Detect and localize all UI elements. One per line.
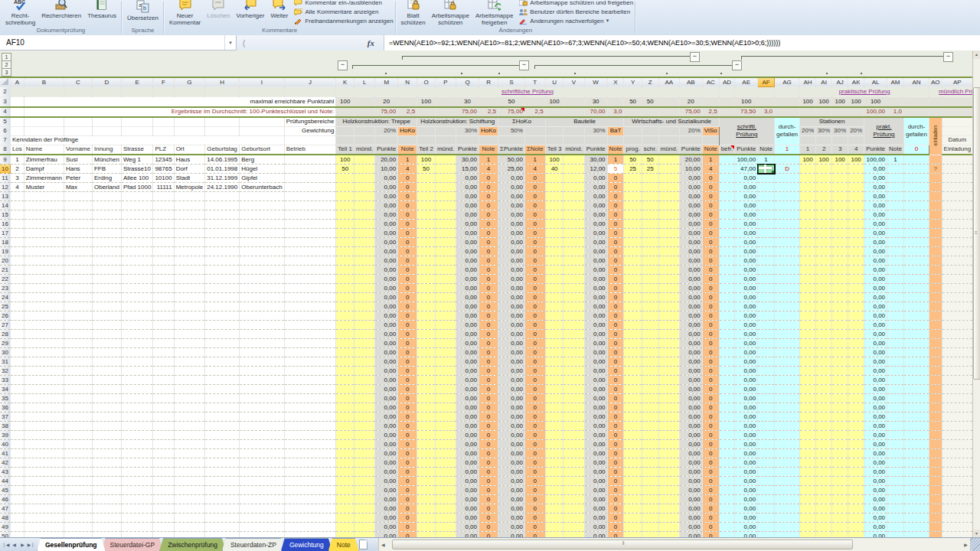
cell-I26[interactable] [240, 311, 284, 321]
cell-W32[interactable]: 0,00 [584, 367, 607, 376]
cell-AE41[interactable]: 0,00 [735, 449, 758, 458]
cell-L11[interactable] [354, 174, 375, 183]
cell-I29[interactable] [240, 339, 284, 348]
cell-G24[interactable] [174, 293, 205, 302]
cell-AM40[interactable] [887, 440, 904, 449]
cell-L19[interactable] [354, 247, 375, 256]
cell-X12[interactable]: 0 [607, 183, 624, 192]
cell-AD10[interactable] [719, 165, 735, 174]
cell-E32[interactable] [121, 367, 152, 376]
cell-S5[interactable]: ΣHoKo [498, 117, 546, 127]
cell-U13[interactable] [545, 192, 564, 201]
cell-AC17[interactable]: 0 [702, 229, 719, 238]
cell-AF26[interactable] [758, 311, 775, 321]
cell-N9[interactable]: 1 [398, 155, 417, 165]
cell-C18[interactable] [64, 238, 92, 247]
cell-AD13[interactable] [719, 192, 735, 201]
cell-O24[interactable] [417, 293, 436, 302]
cell-V24[interactable] [564, 293, 584, 302]
row-header-46[interactable]: 46 [0, 495, 10, 504]
cell-R25[interactable]: 0 [479, 302, 498, 311]
cell-Z19[interactable] [642, 247, 658, 256]
sheet-tab-steuerdaten-zp[interactable]: Steuerdaten-ZP [222, 538, 285, 551]
cell-U3[interactable]: 100 [545, 97, 564, 107]
cell-L30[interactable] [354, 348, 375, 357]
cell-T20[interactable]: 0 [524, 256, 545, 266]
cell-L39[interactable] [354, 431, 375, 440]
cell-AE27[interactable]: 0,00 [735, 321, 758, 330]
cell-AI13[interactable] [816, 192, 832, 201]
cell-W18[interactable]: 0,00 [584, 238, 607, 247]
cell-G30[interactable] [174, 348, 205, 357]
cell-S7[interactable] [498, 135, 525, 145]
cell-T24[interactable]: 0 [524, 293, 545, 302]
cell-AA26[interactable] [658, 311, 679, 321]
cell-AE13[interactable]: 0,00 [735, 192, 758, 201]
cell-Y23[interactable] [624, 284, 642, 293]
cell-S48[interactable]: 0,00 [498, 514, 525, 523]
cell-AK17[interactable] [848, 229, 864, 238]
cell-J23[interactable] [284, 284, 336, 293]
cell-Q17[interactable]: 0,00 [456, 229, 479, 238]
cell-AC34[interactable]: 0 [702, 385, 719, 394]
cell-AI25[interactable] [816, 302, 832, 311]
cell-G20[interactable] [174, 256, 205, 266]
cell-R41[interactable]: 0 [479, 449, 498, 458]
cell-G31[interactable] [174, 357, 205, 367]
cell-AD26[interactable] [719, 311, 735, 321]
cell-T35[interactable]: 0 [524, 394, 545, 403]
cell-D44[interactable] [92, 477, 121, 486]
cell-T9[interactable]: 1 [524, 155, 545, 165]
cell-AE43[interactable]: 0,00 [735, 468, 758, 477]
cell-E34[interactable] [121, 385, 152, 394]
cell-R37[interactable]: 0 [479, 412, 498, 422]
cell-AO27[interactable] [929, 321, 942, 330]
cell-AK29[interactable] [848, 339, 864, 348]
cell-AP48[interactable] [942, 514, 973, 523]
cell-S31[interactable]: 0,00 [498, 357, 525, 367]
cell-G13[interactable] [174, 192, 205, 201]
cell-J13[interactable] [284, 192, 336, 201]
cell-O31[interactable] [417, 357, 436, 367]
cell-AL15[interactable]: 0,00 [864, 210, 887, 220]
cell-AK49[interactable] [848, 523, 864, 532]
cell-AN29[interactable] [903, 339, 929, 348]
cell-S3[interactable]: 50 [498, 97, 525, 107]
cell-A33[interactable] [10, 376, 24, 385]
cell-R9[interactable]: 1 [479, 155, 498, 165]
cell-AB39[interactable]: 0,00 [679, 431, 702, 440]
cell-AE17[interactable]: 0,00 [735, 229, 758, 238]
cell-A46[interactable] [10, 495, 24, 504]
cell-P24[interactable] [435, 293, 456, 302]
cell-AM27[interactable] [887, 321, 904, 330]
cell-W25[interactable]: 0,00 [584, 302, 607, 311]
cell-R38[interactable]: 0 [479, 422, 498, 431]
cell-Z16[interactable] [642, 220, 658, 229]
cell-AE45[interactable]: 0,00 [735, 486, 758, 495]
cell-F18[interactable] [153, 238, 174, 247]
cell-W49[interactable]: 0,00 [584, 523, 607, 532]
cell-Q9[interactable]: 30,00 [456, 155, 479, 165]
cell-W4[interactable]: 70,00 [584, 107, 607, 117]
cell-AD46[interactable] [719, 495, 735, 504]
cell-Y46[interactable] [624, 495, 642, 504]
cell-AF38[interactable] [758, 422, 775, 431]
cell-P14[interactable] [435, 201, 456, 210]
outline-collapse-button[interactable]: − [690, 52, 700, 62]
cell-K43[interactable] [336, 468, 354, 477]
cell-B37[interactable] [24, 412, 64, 422]
cell-AG8[interactable]: 1 [775, 145, 800, 155]
cell-AO5[interactable]: einladen [929, 117, 942, 155]
cell-AK11[interactable] [848, 174, 864, 183]
cell-AB38[interactable]: 0,00 [679, 422, 702, 431]
cell-X7[interactable] [607, 135, 624, 145]
cell-AE18[interactable]: 0,00 [735, 238, 758, 247]
cell-V48[interactable] [564, 514, 584, 523]
cell-H13[interactable] [205, 192, 240, 201]
cell-AF22[interactable] [758, 275, 775, 284]
cell-AL26[interactable]: 0,00 [864, 311, 887, 321]
cell-F20[interactable] [153, 256, 174, 266]
cell-X15[interactable]: 0 [607, 210, 624, 220]
cell-AM15[interactable] [887, 210, 904, 220]
cell-J10[interactable] [284, 165, 336, 174]
